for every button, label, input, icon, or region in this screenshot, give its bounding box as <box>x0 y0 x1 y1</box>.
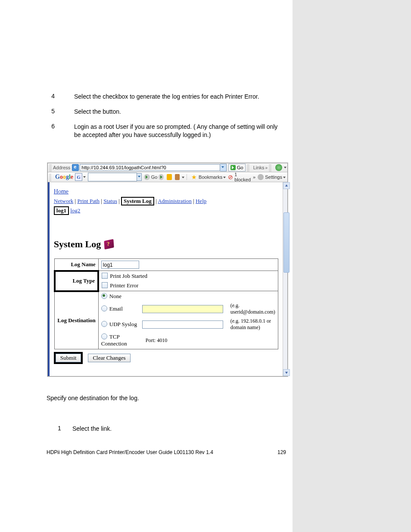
puzzle-icon[interactable] <box>175 174 180 180</box>
log-type-cell: Print Job Started Printer Error <box>98 271 278 291</box>
log-type-label: Log Type <box>55 271 98 291</box>
toolbar-grip-icon <box>49 173 51 181</box>
help-book-icon[interactable] <box>104 239 114 249</box>
subtab-log2[interactable]: log2 <box>70 207 80 214</box>
sub-nav: log1 log2 <box>54 206 278 215</box>
settings-button[interactable]: Settings <box>258 174 286 180</box>
links-menu[interactable]: Links » <box>253 165 268 170</box>
step-text: Select the checkbox to generate the log … <box>74 93 293 101</box>
nav-administration[interactable]: Administration <box>158 198 192 204</box>
logo-letter: G <box>55 174 60 180</box>
step-text: Select the link. <box>72 425 283 433</box>
dropdown-caret-icon[interactable] <box>181 174 184 180</box>
nav-network[interactable]: Network <box>54 198 74 204</box>
nav-icon[interactable] <box>159 174 164 180</box>
block-icon: ⊘ <box>228 174 233 180</box>
log-name-input[interactable] <box>101 261 139 269</box>
chevron-right-icon: » <box>253 174 255 180</box>
blocked-label: 1 blocked <box>234 172 252 182</box>
address-input[interactable] <box>80 164 220 171</box>
log-name-cell <box>98 259 278 271</box>
heading-text: System Log <box>54 239 101 250</box>
vertical-scrollbar[interactable] <box>283 182 287 376</box>
dest-udp-input[interactable] <box>142 320 223 329</box>
globe-dropdown[interactable] <box>284 164 287 171</box>
submit-button[interactable]: Submit <box>56 354 81 362</box>
ie-page-icon <box>72 164 79 171</box>
printer-error-checkbox[interactable] <box>102 282 108 288</box>
address-label: Address <box>53 165 70 170</box>
browser-screenshot: Address Go Links » <box>47 163 288 376</box>
toolbar-go-button[interactable]: Go <box>144 174 158 180</box>
dropdown-caret-icon <box>222 174 226 180</box>
main-nav: Network | Print Path | Status | System L… <box>54 197 278 205</box>
clear-changes-button[interactable]: Clear Changes <box>88 354 130 362</box>
google-logo[interactable]: Google <box>55 174 73 180</box>
step-text-b: link. <box>101 425 112 432</box>
step-text: Login as a root User if you are so promp… <box>74 123 293 139</box>
subtab-log1[interactable]: log1 <box>54 206 69 215</box>
dest-udp-radio[interactable] <box>101 321 107 327</box>
toolbar-go-label: Go <box>151 174 158 180</box>
system-log-form-table: Log Name Log Type Print Job Started Prin… <box>54 258 278 349</box>
step-row: 4 Select the checkbox to generate the lo… <box>0 93 293 101</box>
go-arrow-icon <box>230 165 236 170</box>
scroll-thumb[interactable] <box>283 212 290 273</box>
bookmarks-button[interactable]: ★Bookmarks <box>191 174 226 180</box>
dest-udp-hint: (e.g. 192.168.0.1 or domain name) <box>226 318 275 331</box>
address-bar: Address Go Links » <box>48 163 287 172</box>
toolbar-grip-icon <box>247 164 249 171</box>
dest-none-label: None <box>109 293 121 299</box>
gear-icon <box>258 174 264 180</box>
go-label: Go <box>237 165 243 170</box>
star-icon: ★ <box>191 174 197 180</box>
dest-none-radio[interactable] <box>101 293 107 299</box>
logo-letter: g <box>66 174 69 180</box>
instruction-steps: 4 Select the checkbox to generate the lo… <box>0 93 293 146</box>
google-g-dropdown[interactable] <box>83 174 86 180</box>
home-link[interactable]: Home <box>54 188 68 195</box>
dropdown-caret-icon <box>282 174 286 180</box>
google-g-button[interactable]: G <box>75 173 82 181</box>
chevron-right-icon: » <box>265 165 268 170</box>
go-button[interactable]: Go <box>228 164 246 171</box>
links-label: Links <box>253 165 265 170</box>
separator <box>187 174 187 180</box>
dest-email-radio[interactable] <box>101 305 107 311</box>
step-text-a: Select the <box>74 108 103 115</box>
step-row: 1 Select the link. <box>47 425 283 433</box>
logo-letter: o <box>63 174 66 180</box>
logo-letter: o <box>60 174 63 180</box>
scroll-up-icon[interactable] <box>283 182 290 189</box>
system-log-heading: System Log <box>54 239 278 250</box>
form-buttons: Submit Clear Changes <box>54 352 278 364</box>
google-search-dropdown[interactable] <box>137 173 142 181</box>
print-job-started-checkbox[interactable] <box>102 273 108 279</box>
page-footer: HDPii High Definition Card Printer/Encod… <box>47 449 286 455</box>
log-destination-cell: None Email (e.g. userid@domain.com) UDP … <box>98 291 278 349</box>
popup-blocked-button[interactable]: ⊘1 blocked » <box>228 172 255 182</box>
nav-print-path[interactable]: Print Path <box>77 198 100 204</box>
page-body: Home Network | Print Path | Status | Sys… <box>50 182 283 376</box>
toolbar-grip-icon <box>269 164 271 171</box>
step-text-a: Login as a root User if you are so promp… <box>74 123 196 130</box>
scroll-down-icon[interactable] <box>283 369 290 376</box>
log-name-label: Log Name <box>55 259 98 271</box>
nav-status[interactable]: Status <box>103 198 117 204</box>
dest-email-input[interactable] <box>142 305 223 313</box>
step-text-a: Select the <box>74 93 103 100</box>
log-destination-label: Log Destination <box>55 291 98 349</box>
globe-icon[interactable] <box>275 164 282 171</box>
bookmarks-label: Bookmarks <box>199 174 222 180</box>
address-dropdown[interactable] <box>220 164 227 171</box>
nav-system-log[interactable]: System Log <box>121 197 154 205</box>
google-search-input[interactable] <box>88 173 137 181</box>
submit-button-highlight: Submit <box>54 352 83 364</box>
step-number: 4 <box>0 93 74 101</box>
dest-tcp-radio[interactable] <box>101 333 107 339</box>
printer-error-label: Printer Error <box>110 282 138 289</box>
nav-help[interactable]: Help <box>196 198 206 204</box>
dest-email-hint: (e.g. userid@domain.com) <box>226 302 275 315</box>
step-text-a: Select the <box>72 425 101 432</box>
news-icon[interactable] <box>167 174 172 180</box>
